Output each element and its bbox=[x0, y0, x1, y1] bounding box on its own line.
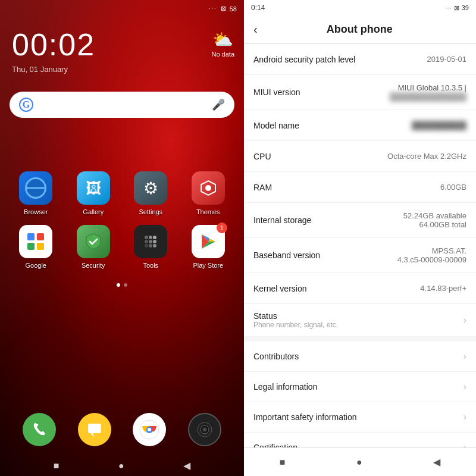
security-icon bbox=[77, 225, 110, 258]
left-panel: ··· ⊠ 58 00:02 Thu, 01 January ⛅ No data… bbox=[0, 0, 244, 476]
security-patch-label: Android security patch level bbox=[253, 55, 355, 64]
certification-chevron: › bbox=[464, 442, 466, 447]
svg-point-8 bbox=[153, 236, 156, 239]
nav-back[interactable]: ◀ bbox=[183, 460, 190, 471]
search-bar[interactable]: G 🎤 bbox=[10, 92, 234, 118]
browser-icon bbox=[19, 171, 52, 205]
nav-circle[interactable]: ● bbox=[118, 461, 124, 471]
storage-value: 52.24GB available 64.00GB total bbox=[403, 211, 466, 229]
legal-chevron: › bbox=[464, 381, 466, 392]
browser-orbit bbox=[25, 177, 46, 199]
model-value: ██████████ bbox=[412, 121, 466, 130]
safety-label: Important safety information bbox=[253, 412, 357, 422]
google-label: Google bbox=[26, 262, 46, 269]
messages-dock-icon[interactable] bbox=[78, 413, 111, 446]
ram-value: 6.00GB bbox=[440, 183, 466, 192]
app-google[interactable]: Google bbox=[12, 225, 60, 269]
settings-icon: ⚙ bbox=[134, 171, 167, 205]
right-dots: ··· bbox=[446, 4, 452, 11]
tools-label: Tools bbox=[143, 262, 158, 269]
page-title: About phone bbox=[267, 23, 452, 36]
row-kernel: Kernel version 4.14.83-perf+ bbox=[244, 273, 476, 304]
certification-label: Certification bbox=[253, 443, 298, 447]
app-security[interactable]: Security bbox=[70, 225, 118, 269]
miui-version-line1: MIUI Global 10.3.5 | bbox=[390, 83, 466, 92]
mic-icon[interactable]: 🎤 bbox=[212, 98, 225, 111]
back-button[interactable]: ‹ bbox=[253, 23, 258, 36]
left-status-bar: ··· ⊠ 58 bbox=[0, 0, 244, 15]
tools-icon bbox=[134, 225, 167, 258]
dot-2 bbox=[124, 283, 127, 287]
status-chevron: › bbox=[464, 315, 466, 325]
right-nav-bar: ■ ● ◀ bbox=[244, 447, 476, 476]
right-status-icons: ··· ⊠ 39 bbox=[446, 4, 469, 12]
nav-square[interactable]: ■ bbox=[54, 461, 60, 471]
right-nav-circle[interactable]: ● bbox=[356, 457, 362, 468]
themes-label: Themes bbox=[196, 208, 220, 215]
legal-label: Legal information bbox=[253, 382, 317, 392]
cpu-label: CPU bbox=[253, 152, 271, 161]
gallery-icon: 🖼 bbox=[77, 171, 110, 205]
miui-label: MIUI version bbox=[253, 87, 300, 97]
battery-level: 58 bbox=[230, 5, 237, 12]
app-themes[interactable]: Themes bbox=[184, 171, 233, 215]
row-certification[interactable]: Certification › bbox=[244, 433, 476, 447]
right-nav-back[interactable]: ◀ bbox=[433, 456, 440, 468]
app-playstore[interactable]: 1 Play Store bbox=[184, 225, 233, 269]
row-legal[interactable]: Legal information › bbox=[244, 372, 476, 402]
svg-point-1 bbox=[205, 185, 211, 191]
row-baseband: Baseband version MPSS.AT. 4.3.c5-00009-0… bbox=[244, 238, 476, 273]
right-signal: ⊠ bbox=[454, 4, 459, 12]
dot-1 bbox=[117, 283, 120, 287]
app-settings[interactable]: ⚙ Settings bbox=[127, 171, 175, 215]
app-gallery[interactable]: 🖼 Gallery bbox=[70, 171, 118, 215]
row-cpu: CPU Octa-core Max 2.2GHz bbox=[244, 141, 476, 172]
baseband-label: Baseband version bbox=[253, 250, 320, 260]
weather-widget: ⛅ No data bbox=[211, 30, 234, 58]
ram-label: RAM bbox=[253, 183, 272, 192]
right-nav-square[interactable]: ■ bbox=[280, 457, 286, 468]
svg-point-24 bbox=[203, 428, 206, 431]
phone-dock-icon[interactable] bbox=[23, 413, 56, 446]
app-grid: Browser 🖼 Gallery ⚙ Settings Themes bbox=[0, 154, 244, 278]
google-logo: G bbox=[19, 98, 33, 112]
camera-dock-icon[interactable] bbox=[188, 413, 221, 446]
clock-time: 00:02 bbox=[12, 27, 232, 62]
svg-marker-16 bbox=[90, 433, 94, 437]
themes-icon bbox=[192, 171, 225, 205]
contributors-label: Contributors bbox=[253, 352, 299, 361]
app-tools[interactable]: Tools bbox=[127, 225, 175, 269]
svg-point-20 bbox=[148, 428, 151, 431]
miui-version-line2: ██████████████ bbox=[390, 92, 466, 101]
row-contributors[interactable]: Contributors › bbox=[244, 342, 476, 372]
contributors-chevron: › bbox=[464, 351, 466, 362]
row-safety[interactable]: Important safety information › bbox=[244, 402, 476, 433]
svg-point-14 bbox=[153, 244, 156, 248]
app-browser[interactable]: Browser bbox=[12, 171, 60, 215]
model-label: Model name bbox=[253, 121, 299, 130]
storage-label: Internal storage bbox=[253, 215, 311, 225]
gallery-label: Gallery bbox=[83, 208, 104, 215]
svg-point-6 bbox=[145, 236, 148, 239]
svg-rect-3 bbox=[37, 233, 44, 240]
svg-rect-2 bbox=[27, 233, 35, 240]
battery-icon: ⊠ bbox=[221, 5, 226, 12]
row-ram: RAM 6.00GB bbox=[244, 172, 476, 203]
baseband-value: MPSS.AT. 4.3.c5-00009-00009 bbox=[397, 246, 466, 264]
kernel-label: Kernel version bbox=[253, 284, 307, 293]
status-text-group: Status Phone number, signal, etc. bbox=[253, 311, 464, 329]
browser-label: Browser bbox=[24, 208, 48, 215]
signal-dots: ··· bbox=[208, 5, 217, 12]
svg-rect-5 bbox=[37, 243, 44, 250]
playstore-badge: 1 bbox=[217, 223, 227, 233]
status-sublabel: Phone number, signal, etc. bbox=[253, 321, 464, 329]
svg-rect-4 bbox=[27, 243, 35, 250]
weather-label: No data bbox=[211, 51, 234, 58]
row-status[interactable]: Status Phone number, signal, etc. › bbox=[244, 304, 476, 337]
security-label: Security bbox=[82, 262, 105, 269]
security-patch-value: 2019-05-01 bbox=[427, 55, 467, 64]
settings-label: Settings bbox=[139, 208, 162, 215]
kernel-value: 4.14.83-perf+ bbox=[420, 284, 466, 293]
chrome-dock-icon[interactable] bbox=[133, 413, 166, 446]
row-security-patch: Android security patch level 2019-05-01 bbox=[244, 44, 476, 75]
